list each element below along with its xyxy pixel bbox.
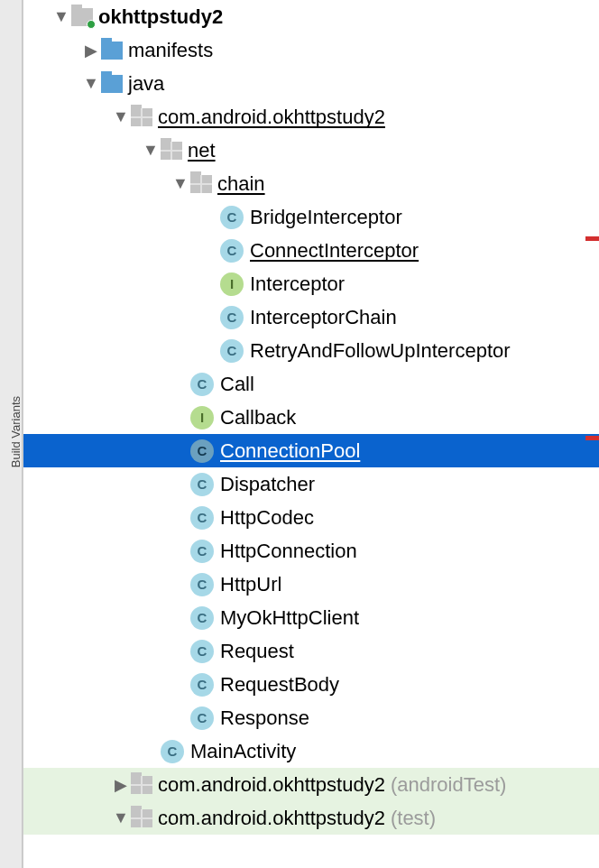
package-icon bbox=[131, 776, 152, 794]
interface-icon: I bbox=[220, 272, 244, 296]
tree-item-package-chain[interactable]: ▼ chain bbox=[23, 167, 599, 200]
package-icon bbox=[131, 108, 152, 126]
tree-item-java[interactable]: ▼ java bbox=[23, 67, 599, 100]
expand-handle[interactable]: ▼ bbox=[113, 810, 129, 826]
class-label: RetryAndFollowUpInterceptor bbox=[250, 339, 511, 363]
tree-item-class-requestbody[interactable]: C RequestBody bbox=[23, 668, 599, 701]
tree-item-package-net[interactable]: ▼ net bbox=[23, 134, 599, 167]
tree-item-class-myokhttpclient[interactable]: C MyOkHttpClient bbox=[23, 601, 599, 634]
tree-item-class-request[interactable]: C Request bbox=[23, 634, 599, 668]
class-icon: C bbox=[190, 540, 214, 563]
expand-handle[interactable]: ▶ bbox=[113, 777, 129, 793]
tree-item-package-test[interactable]: ▼ com.android.okhttpstudy2 (test) bbox=[23, 801, 599, 835]
tree-item-interface-callback[interactable]: I Callback bbox=[23, 401, 599, 434]
package-suffix: (test) bbox=[391, 807, 436, 830]
package-test-label: com.android.okhttpstudy2 bbox=[158, 807, 385, 830]
package-main-label: com.android.okhttpstudy2 bbox=[158, 106, 385, 129]
class-label: ConnectionPool bbox=[220, 439, 360, 463]
interface-icon: I bbox=[190, 406, 214, 429]
package-androidtest-label: com.android.okhttpstudy2 bbox=[158, 773, 385, 797]
package-icon bbox=[190, 175, 212, 193]
error-marker bbox=[585, 236, 599, 241]
class-label: Dispatcher bbox=[220, 473, 315, 496]
class-icon: C bbox=[190, 673, 214, 697]
class-label: HttpCodec bbox=[220, 506, 314, 530]
class-label: ConnectInterceptor bbox=[250, 239, 419, 263]
class-icon: C bbox=[220, 239, 244, 263]
class-label: HttpUrl bbox=[220, 573, 281, 596]
module-label: okhttpstudy2 bbox=[98, 5, 223, 29]
tree-item-class-call[interactable]: C Call bbox=[23, 367, 599, 401]
tree-item-module-okhttpstudy2[interactable]: ▼ okhttpstudy2 bbox=[23, 0, 599, 33]
class-icon: C bbox=[161, 740, 184, 763]
tree-item-class-httpconnection[interactable]: C HttpConnection bbox=[23, 534, 599, 568]
class-icon: C bbox=[220, 339, 244, 363]
tree-item-class-interceptorchain[interactable]: C InterceptorChain bbox=[23, 300, 599, 334]
tree-item-package-main[interactable]: ▼ com.android.okhttpstudy2 bbox=[23, 100, 599, 134]
manifests-label: manifests bbox=[128, 39, 213, 62]
class-icon: C bbox=[220, 306, 244, 329]
folder-icon bbox=[101, 75, 123, 93]
tree-item-class-httpcodec[interactable]: C HttpCodec bbox=[23, 501, 599, 534]
expand-handle[interactable]: ▼ bbox=[113, 109, 129, 125]
class-label: Request bbox=[220, 640, 294, 663]
tree-item-manifests[interactable]: ▶ manifests bbox=[23, 33, 599, 67]
class-label: MainActivity bbox=[190, 740, 296, 763]
module-folder-icon bbox=[71, 8, 93, 26]
tree-item-class-httpurl[interactable]: C HttpUrl bbox=[23, 568, 599, 601]
tree-item-class-response[interactable]: C Response bbox=[23, 701, 599, 734]
class-label: BridgeInterceptor bbox=[250, 206, 402, 229]
class-label: MyOkHttpClient bbox=[220, 606, 359, 630]
expand-handle[interactable]: ▼ bbox=[83, 76, 99, 92]
class-label: Call bbox=[220, 373, 254, 396]
tree-item-class-dispatcher[interactable]: C Dispatcher bbox=[23, 467, 599, 501]
package-net-label: net bbox=[188, 139, 216, 162]
class-label: InterceptorChain bbox=[250, 306, 397, 329]
package-icon bbox=[161, 142, 182, 160]
package-chain-label: chain bbox=[217, 172, 265, 196]
tree-item-class-bridgeinterceptor[interactable]: C BridgeInterceptor bbox=[23, 200, 599, 234]
package-icon bbox=[131, 809, 152, 827]
java-label: java bbox=[128, 72, 164, 96]
tree-item-interface-interceptor[interactable]: I Interceptor bbox=[23, 267, 599, 300]
folder-icon bbox=[101, 42, 123, 60]
class-icon: C bbox=[190, 473, 214, 496]
class-icon: C bbox=[190, 439, 214, 463]
class-icon: C bbox=[190, 373, 214, 396]
interface-label: Interceptor bbox=[250, 272, 345, 296]
tree-item-class-connectinterceptor[interactable]: C ConnectInterceptor bbox=[23, 234, 599, 267]
class-icon: C bbox=[190, 640, 214, 663]
package-suffix: (androidTest) bbox=[391, 773, 506, 797]
project-tree[interactable]: ▼ okhttpstudy2 ▶ manifests ▼ java ▼ com.… bbox=[23, 0, 599, 868]
class-icon: C bbox=[190, 606, 214, 630]
class-label: RequestBody bbox=[220, 673, 339, 697]
expand-handle[interactable]: ▶ bbox=[83, 42, 99, 59]
class-icon: C bbox=[190, 573, 214, 596]
error-marker bbox=[585, 436, 599, 440]
class-icon: C bbox=[190, 506, 214, 530]
tree-item-class-connectionpool[interactable]: C ConnectionPool bbox=[23, 434, 599, 467]
tree-item-class-retryandfollowupinterceptor[interactable]: C RetryAndFollowUpInterceptor bbox=[23, 334, 599, 367]
expand-handle[interactable]: ▼ bbox=[143, 143, 159, 159]
class-label: HttpConnection bbox=[220, 540, 357, 563]
expand-handle[interactable]: ▼ bbox=[53, 9, 69, 25]
class-label: Response bbox=[220, 706, 309, 730]
class-icon: C bbox=[220, 206, 244, 229]
tree-item-class-mainactivity[interactable]: C MainActivity bbox=[23, 734, 599, 768]
tree-item-package-androidtest[interactable]: ▶ com.android.okhttpstudy2 (androidTest) bbox=[23, 768, 599, 801]
class-icon: C bbox=[190, 706, 214, 730]
tool-window-rail: Build Variants Layout Captures 7: Struct… bbox=[0, 0, 23, 868]
interface-label: Callback bbox=[220, 406, 296, 429]
expand-handle[interactable]: ▼ bbox=[172, 176, 189, 192]
